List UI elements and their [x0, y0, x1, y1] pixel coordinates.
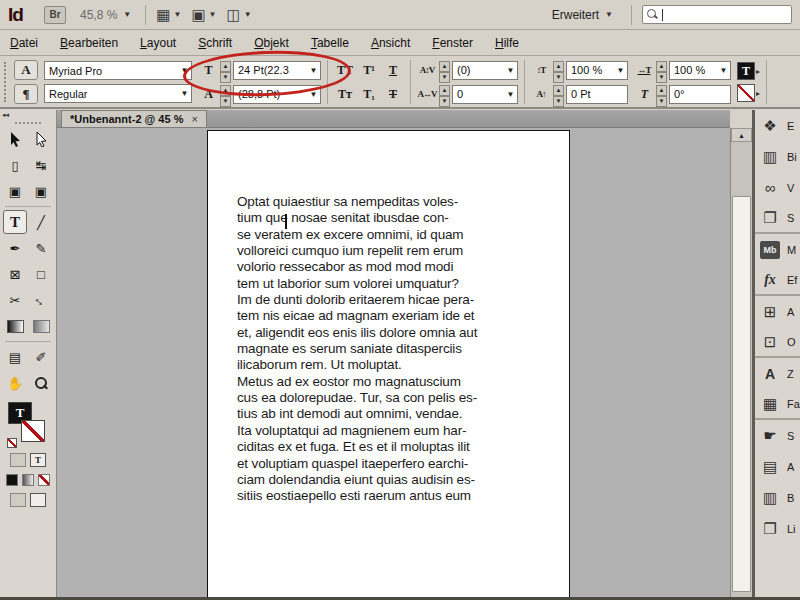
dock-panel-item[interactable]: fx Ef — [755, 265, 800, 296]
apply-none-button[interactable] — [38, 474, 50, 486]
menu-item[interactable]: Fenster — [432, 36, 473, 50]
character-fill-swatch[interactable]: T — [737, 62, 755, 80]
dock-panel-icon: fx — [760, 272, 780, 288]
menu-item[interactable]: Hilfe — [495, 36, 519, 50]
dock-panel-item[interactable]: Mb M — [755, 234, 800, 265]
kerning-select[interactable]: (0) ▼ — [452, 61, 518, 80]
menu-item[interactable]: Tabelle — [311, 36, 349, 50]
skew-field[interactable]: 0° — [669, 85, 731, 104]
workspace-switcher[interactable]: Erweitert ▼ — [544, 8, 621, 22]
vertical-scale-select[interactable]: 100 % ▼ — [566, 61, 628, 80]
vertical-scale-stepper[interactable]: ▲▼ — [553, 61, 564, 80]
tracking-select[interactable]: 0 ▼ — [452, 85, 518, 104]
menu-item[interactable]: Schrift — [198, 36, 232, 50]
screen-mode-dropdown[interactable]: ▣ ▼ — [191, 6, 216, 24]
apply-gradient-button[interactable] — [22, 474, 34, 486]
content-collector-tool[interactable]: ▣ — [3, 179, 27, 203]
type-tool[interactable]: T — [3, 210, 27, 234]
leading-select[interactable]: (28,8 Pt) ▼ — [233, 85, 321, 104]
pen-tool[interactable]: ✒ — [3, 236, 27, 260]
font-size-stepper[interactable]: ▲▼ — [220, 61, 231, 80]
subscript-button[interactable]: T₁ — [358, 84, 380, 104]
horizontal-scale-stepper[interactable]: ▲▼ — [656, 61, 667, 80]
toolbox-drag-handle[interactable] — [15, 122, 41, 124]
dock-panel-item[interactable]: ▦ Fa — [755, 389, 800, 420]
vertical-scrollbar[interactable]: ▲ — [730, 128, 752, 597]
scrollbar-thumb[interactable] — [732, 196, 751, 592]
menu-item[interactable]: Objekt — [254, 36, 289, 50]
font-size-select[interactable]: 24 Pt(22.3 ▼ — [233, 61, 321, 80]
bridge-button[interactable]: Br — [44, 6, 66, 24]
flyout-arrow-icon[interactable]: ▸ — [756, 89, 760, 98]
underline-button[interactable]: T — [382, 60, 404, 80]
preview-mode-button[interactable] — [30, 493, 46, 507]
dock-panel-item[interactable]: ❖ E — [755, 110, 800, 141]
eyedropper-tool[interactable]: ✐ — [29, 345, 53, 369]
scrollbar-up-arrow[interactable]: ▲ — [731, 128, 752, 142]
superscript-button[interactable]: T¹ — [358, 60, 380, 80]
tracking-stepper[interactable]: ▲▼ — [439, 85, 450, 104]
stroke-swatch-none[interactable] — [21, 420, 45, 442]
line-tool[interactable]: ╱ — [29, 210, 53, 234]
gap-tool[interactable]: ↹ — [29, 153, 53, 177]
text-cursor — [662, 9, 663, 21]
dock-panel-item[interactable]: ∞ V — [755, 172, 800, 203]
pencil-tool[interactable]: ✎ — [29, 236, 53, 260]
gradient-feather-tool[interactable] — [29, 314, 53, 338]
document-tab[interactable]: *Unbenannt-2 @ 45 % × — [61, 110, 207, 127]
view-options-icon: ▦ — [156, 6, 170, 24]
character-stroke-swatch[interactable] — [737, 84, 755, 102]
zoom-level-dropdown[interactable]: 45,8 % ▼ — [76, 8, 135, 22]
menu-item[interactable]: Layout — [140, 36, 176, 50]
panel-drag-handle[interactable] — [4, 62, 8, 102]
all-caps-button[interactable]: TT — [334, 60, 356, 80]
default-fill-stroke-icon[interactable] — [7, 438, 17, 448]
paragraph-formatting-toggle[interactable]: ¶ — [14, 84, 38, 104]
page-tool[interactable]: ▯ — [3, 153, 27, 177]
dock-panel-item[interactable]: ▥ Bi — [755, 141, 800, 172]
normal-view-mode-button[interactable] — [10, 493, 26, 507]
dock-panel-item[interactable]: ▥ B — [755, 482, 800, 513]
arrange-documents-dropdown[interactable]: ◫ ▼ — [227, 6, 252, 24]
direct-selection-tool[interactable] — [29, 127, 53, 151]
dock-panel-item[interactable]: ▤ A — [755, 451, 800, 482]
skew-stepper[interactable]: ▲▼ — [656, 85, 667, 104]
text-frame[interactable]: Optat quiaestiur sa nempeditas voles- ti… — [237, 194, 527, 505]
gradient-swatch-tool[interactable] — [3, 314, 27, 338]
baseline-shift-stepper[interactable]: ▲▼ — [553, 85, 564, 104]
character-formatting-toggle[interactable]: A — [14, 60, 38, 80]
small-caps-button[interactable]: Tᴛ — [334, 84, 356, 104]
dock-panel-item[interactable]: ⊞ A — [755, 296, 800, 327]
dock-panel-item[interactable]: ❐ S — [755, 203, 800, 234]
document-page[interactable]: Optat quiaestiur sa nempeditas voles- ti… — [207, 130, 570, 597]
menu-item[interactable]: Ansicht — [371, 36, 410, 50]
dock-panel-item[interactable]: A Z — [755, 358, 800, 389]
dock-panel-item[interactable]: ☛ S — [755, 420, 800, 451]
font-family-select[interactable]: Myriad Pro ▼ — [44, 61, 192, 80]
toolbox-collapse-button[interactable]: ◂◂ — [0, 110, 56, 120]
menu-item[interactable]: Bearbeiten — [60, 36, 118, 50]
baseline-shift-field[interactable]: 0 Pt — [566, 85, 628, 104]
apply-color-button[interactable] — [6, 474, 18, 486]
font-style-select[interactable]: Regular ▼ — [44, 84, 192, 103]
strikethrough-button[interactable]: T — [382, 84, 404, 104]
kerning-stepper[interactable]: ▲▼ — [439, 61, 450, 80]
horizontal-scale-select[interactable]: 100 % ▼ — [669, 61, 731, 80]
frame-tool[interactable]: ⊠ — [3, 262, 27, 286]
dock-panel-item[interactable]: ❐ Li — [755, 513, 800, 544]
menu-item[interactable]: Datei — [10, 36, 38, 50]
leading-stepper[interactable]: ▲▼ — [220, 85, 231, 104]
formatting-affects-container-button[interactable] — [10, 453, 26, 467]
dock-panel-item[interactable]: ⊡ O — [755, 327, 800, 358]
selection-tool[interactable] — [3, 127, 27, 151]
zoom-tool[interactable] — [29, 371, 53, 395]
content-placer-tool[interactable]: ▣ — [29, 179, 53, 203]
formatting-affects-text-button[interactable]: T — [30, 453, 46, 467]
hand-tool[interactable]: ✋ — [3, 371, 27, 395]
view-options-dropdown[interactable]: ▦ ▼ — [156, 6, 181, 24]
free-transform-tool[interactable]: ↔ — [24, 283, 58, 317]
search-input[interactable] — [642, 5, 792, 24]
close-icon[interactable]: × — [191, 113, 197, 125]
flyout-arrow-icon[interactable]: ▸ — [756, 67, 760, 76]
note-tool[interactable]: ▤ — [3, 345, 27, 369]
